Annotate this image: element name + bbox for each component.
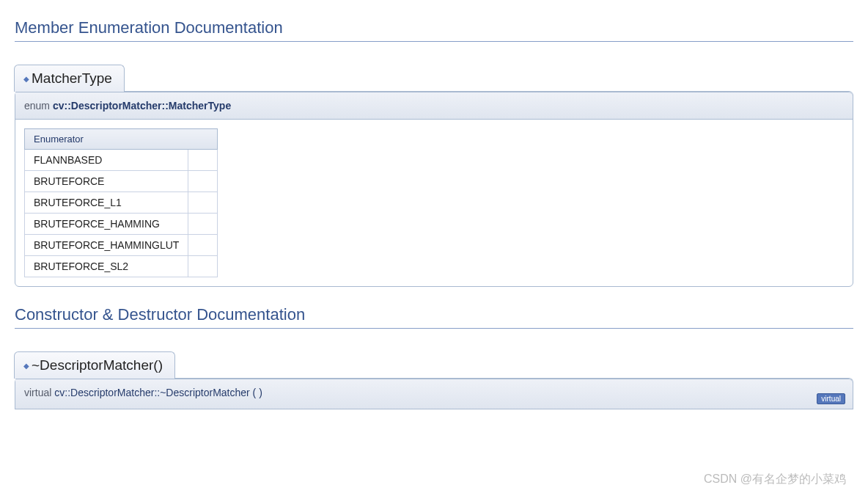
member-title-destructor[interactable]: ◆~DescriptorMatcher() bbox=[14, 351, 175, 379]
enum-desc bbox=[188, 171, 218, 192]
enum-desc bbox=[188, 235, 218, 256]
enum-value: FLANNBASED bbox=[25, 150, 188, 171]
member-prototype: virtual cv::DescriptorMatcher::~Descript… bbox=[15, 379, 853, 409]
enum-value: BRUTEFORCE_L1 bbox=[25, 192, 188, 214]
enum-value: BRUTEFORCE bbox=[25, 171, 188, 192]
member-item-matchertype: enum cv::DescriptorMatcher::MatcherType … bbox=[15, 91, 853, 287]
table-row: FLANNBASED bbox=[25, 150, 218, 171]
enum-value: BRUTEFORCE_HAMMING bbox=[25, 214, 188, 235]
enum-desc bbox=[188, 192, 218, 214]
enum-value: BRUTEFORCE_SL2 bbox=[25, 256, 188, 277]
enum-desc bbox=[188, 150, 218, 171]
virtual-badge: virtual bbox=[817, 393, 845, 404]
proto-scoped-name[interactable]: cv::DescriptorMatcher::MatcherType bbox=[53, 100, 231, 112]
member-item-destructor: virtual cv::DescriptorMatcher::~Descript… bbox=[15, 378, 853, 409]
table-row: BRUTEFORCE_HAMMINGLUT bbox=[25, 235, 218, 256]
enum-desc bbox=[188, 256, 218, 277]
anchor-icon: ◆ bbox=[23, 362, 29, 370]
proto-keyword: virtual bbox=[24, 387, 51, 398]
anchor-icon: ◆ bbox=[23, 75, 29, 83]
table-row: BRUTEFORCE_L1 bbox=[25, 192, 218, 214]
enum-value: BRUTEFORCE_HAMMINGLUT bbox=[25, 235, 188, 256]
enumerator-table: Enumerator FLANNBASED BRUTEFORCE BRUTEFO… bbox=[24, 128, 218, 277]
table-row: BRUTEFORCE_HAMMING bbox=[25, 214, 218, 235]
table-row: BRUTEFORCE bbox=[25, 171, 218, 192]
member-title-text: ~DescriptorMatcher() bbox=[32, 357, 163, 373]
enum-desc bbox=[188, 214, 218, 235]
section-heading-ctor: Constructor & Destructor Documentation bbox=[15, 305, 853, 329]
enum-header: Enumerator bbox=[25, 129, 218, 150]
member-doc-body: Enumerator FLANNBASED BRUTEFORCE BRUTEFO… bbox=[15, 120, 853, 286]
proto-scoped-name[interactable]: cv::DescriptorMatcher::~DescriptorMatche… bbox=[54, 387, 249, 398]
member-title-matchertype[interactable]: ◆MatcherType bbox=[14, 65, 125, 92]
member-prototype: enum cv::DescriptorMatcher::MatcherType bbox=[15, 92, 853, 120]
member-title-text: MatcherType bbox=[32, 70, 112, 86]
proto-parens: ( ) bbox=[253, 387, 262, 398]
table-row: BRUTEFORCE_SL2 bbox=[25, 256, 218, 277]
section-heading-enum: Member Enumeration Documentation bbox=[15, 18, 853, 42]
proto-keyword: enum bbox=[24, 100, 50, 112]
